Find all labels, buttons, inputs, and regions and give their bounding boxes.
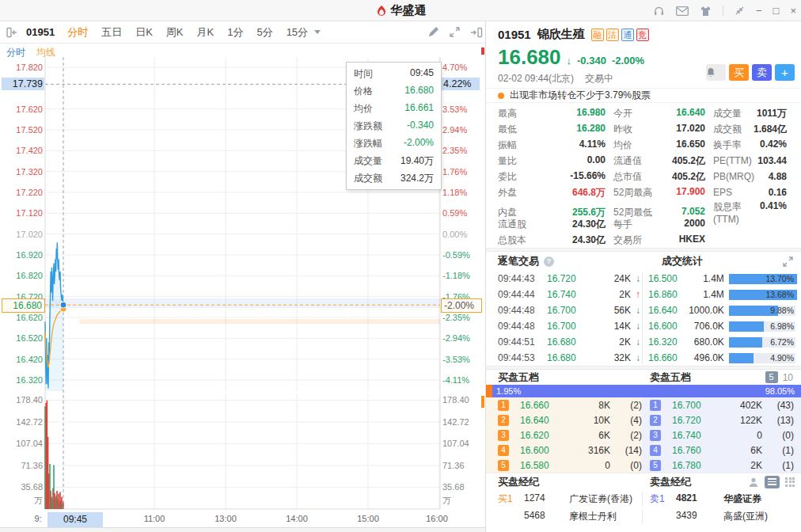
draw-pencil-icon[interactable]	[427, 26, 439, 38]
depth-ask-row[interactable]: 116.700402K(43)	[650, 397, 794, 412]
depth-level-badge: 2	[498, 415, 509, 426]
close-button[interactable]: ×	[790, 6, 796, 16]
trade-volume: 32K	[591, 352, 631, 363]
broker-queue: 买11274广发证券(香港)卖14821华盛证券5468摩根士丹利3439高盛(…	[486, 490, 801, 525]
minimize-button[interactable]: −	[756, 6, 762, 16]
depth-bid-row[interactable]: 316.6206K(2)	[498, 428, 642, 443]
alert-bell-button[interactable]	[706, 64, 726, 81]
vol-axis-label: 71.36	[442, 460, 484, 471]
depth-bid-row[interactable]: 116.6608K(2)	[498, 397, 642, 412]
help-icon[interactable]: ?	[544, 256, 554, 267]
stat-cell: 最高16.980	[498, 107, 613, 120]
stat-label: 成交量	[713, 107, 742, 120]
pct-axis-label: 3.53%	[442, 104, 484, 115]
tab-5分[interactable]: 5分	[256, 25, 272, 40]
vol-axis-label: 107.04	[442, 438, 484, 449]
volstat-row: 16.5001.4M13.70%	[648, 271, 795, 287]
tooltip-row: 涨跌额-0.340	[347, 117, 441, 135]
tab-1分[interactable]: 1分	[227, 25, 243, 40]
volstat-price: 16.600	[648, 321, 684, 332]
chart-legend: 分时均线	[6, 46, 55, 59]
pct-axis-label: 1.76%	[442, 166, 484, 177]
trades-and-volstat: 09:44:4316.72024K↓09:44:4416.7402K↑09:44…	[486, 271, 801, 366]
stat-label: 流通值	[613, 154, 642, 168]
stats-row: 总股本24.30亿交易所HKEX	[498, 232, 795, 248]
time-axis-label-partial: 9:	[30, 514, 46, 523]
gift-shirt-icon[interactable]	[700, 6, 712, 17]
price-change-pct: -2.00%	[612, 55, 644, 66]
maximize-button[interactable]: □	[773, 6, 780, 16]
depth-bid-row[interactable]: 216.64010K(4)	[498, 412, 642, 428]
tab-五日[interactable]: 五日	[101, 25, 122, 40]
depth-10-toggle[interactable]: 10	[783, 372, 793, 383]
ask-broker-title: 卖盘经纪	[650, 475, 691, 489]
list-view-icon[interactable]	[765, 476, 780, 488]
collapse-window-icon[interactable]	[735, 6, 745, 16]
headset-icon[interactable]	[653, 5, 665, 17]
stat-cell: PB(MRQ)4.88	[713, 171, 795, 182]
tooltip-value: -0.340	[407, 120, 434, 133]
stock-badge-竞: 竞	[636, 28, 649, 41]
stat-value: 2000	[684, 218, 705, 231]
stat-label: 最高	[498, 107, 517, 120]
depth-orders: (43)	[762, 400, 794, 411]
vol-axis-label: 35.68	[0, 481, 43, 492]
sell-button[interactable]: 卖	[752, 64, 772, 81]
mail-icon[interactable]	[676, 6, 689, 16]
tooltip-value: 16.680	[404, 85, 434, 98]
tab-日K[interactable]: 日K	[135, 25, 153, 40]
announcement-text: 出现非市场转仓不少于3.79%股票	[510, 89, 651, 102]
open-right-panel-icon[interactable]	[470, 27, 483, 38]
depth-orders: (1)	[762, 460, 794, 471]
tab-分时[interactable]: 分时	[67, 25, 88, 40]
stat-cell: 均价16.650	[613, 139, 713, 152]
stat-cell: 外盘646.8万	[498, 186, 613, 200]
chart-period-tabs: 分时五日日K周K月K1分5分15分	[67, 25, 308, 40]
legend-分时[interactable]: 分时	[6, 46, 25, 59]
period-dropdown-caret[interactable]	[314, 30, 321, 34]
vol-axis-label: 142.72	[442, 416, 484, 428]
legend-均线[interactable]: 均线	[36, 46, 55, 59]
time-axis-label: 11:00	[131, 514, 178, 523]
volstat-price: 16.500	[648, 273, 684, 284]
stat-label: 量比	[498, 154, 517, 168]
depth-ask-row[interactable]: 516.7802K(1)	[650, 458, 794, 473]
stock-badge-通: 通	[621, 28, 634, 41]
stat-cell: 流通股24.30亿	[498, 218, 613, 231]
depth-ask-row[interactable]: 216.720122K(13)	[650, 412, 794, 428]
depth-level-badge: 4	[650, 445, 661, 456]
announcement-ticker[interactable]: 出现非市场转仓不少于3.79%股票	[486, 88, 801, 103]
bid-broker-id: 1274	[524, 492, 545, 504]
price-axis-label: 17.820	[0, 62, 43, 73]
grid-view-icon[interactable]	[785, 477, 795, 487]
depth-ask-row[interactable]: 416.7606K(1)	[650, 443, 794, 458]
depth-volume: 316K	[561, 445, 610, 456]
quote-panel: 01951 锦欣生殖 融沽通竞 16.680 ↓ -0.340 -2.00% 0…	[485, 21, 801, 532]
person-icon[interactable]	[748, 477, 759, 488]
stat-cell: 流通值405.2亿	[613, 154, 713, 168]
expand-section-icon[interactable]	[783, 256, 793, 267]
depth-level-badge: 4	[498, 445, 509, 456]
trade-price: 16.680	[547, 336, 591, 348]
expand-chart-icon[interactable]	[449, 26, 461, 38]
collapse-left-panel-icon[interactable]	[6, 27, 18, 38]
volstat-bar-fill	[729, 337, 762, 348]
depth-ask-row[interactable]: 316.7400(0)	[650, 428, 794, 443]
price-axis-label: 17.420	[0, 145, 43, 156]
volstat-row: 16.320680.0K6.72%	[648, 334, 795, 350]
volstat-bar: 13.70%	[729, 274, 795, 284]
tab-月K[interactable]: 月K	[197, 25, 214, 40]
depth-bid-row[interactable]: 516.5800(0)	[498, 458, 642, 473]
bottom-tabbar-clipped	[0, 527, 489, 532]
volstat-row: 16.600706.0K6.98%	[648, 318, 795, 334]
add-watchlist-button[interactable]: +	[775, 64, 795, 81]
depth-level-badge: 1	[650, 400, 661, 411]
crosshair-price-label: 17.739	[2, 78, 44, 90]
depth-5-toggle[interactable]: 5	[765, 371, 778, 383]
buy-button[interactable]: 买	[729, 64, 749, 81]
tab-15分[interactable]: 15分	[287, 25, 308, 40]
depth-bid-row[interactable]: 416.600316K(14)	[498, 443, 642, 458]
tab-周K[interactable]: 周K	[166, 25, 184, 40]
trade-row: 09:44:4316.72024K↓	[498, 271, 640, 287]
price-axis-label: 17.020	[0, 229, 43, 240]
